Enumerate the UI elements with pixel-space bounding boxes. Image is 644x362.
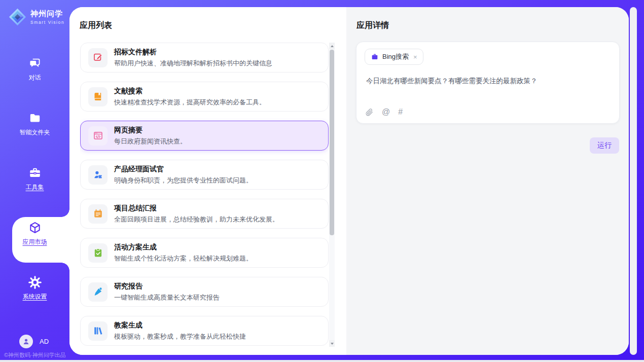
app-card-title: 网页摘要 (114, 126, 187, 135)
app-card-title: 教案生成 (114, 321, 246, 330)
app-card-description: 智能生成个性化活动方案，轻松解决规划难题。 (114, 254, 253, 263)
app-card-title: 招标文件解析 (114, 48, 272, 57)
close-icon[interactable]: × (413, 53, 417, 61)
sidebar-item-label: 应用市场 (23, 238, 47, 246)
app-card-list: 招标文件解析 帮助用户快速、准确地理解和解析招标书中的关键信息 文献搜索 快速精… (80, 43, 329, 355)
hash-icon[interactable]: # (398, 107, 403, 117)
app-card-description: 每日政府新闻资讯快查。 (114, 137, 187, 146)
app-card[interactable]: 项目总结汇报 全面回顾项目进展，总结经验教训，助力未来优化发展。 (80, 199, 329, 229)
app-card[interactable]: 招标文件解析 帮助用户快速、准确地理解和解析招标书中的关键信息 (80, 43, 329, 73)
bid-doc-icon (88, 48, 108, 67)
scroll-down-button[interactable] (329, 340, 335, 347)
cube-icon (28, 221, 42, 234)
briefcase-icon (371, 53, 379, 61)
brand-logo-icon (8, 8, 27, 26)
interviewer-icon (88, 165, 108, 185)
sidebar-item-label: 对话 (29, 74, 41, 82)
scrollbar-thumb[interactable] (330, 50, 334, 235)
gear-icon (28, 276, 42, 289)
app-card[interactable]: 网页摘要 每日政府新闻资讯快查。 (80, 121, 329, 151)
sidebar-item[interactable]: 智能文件夹 (0, 104, 69, 159)
app-card-description: 快速精准查找学术资源，提高研究效率的必备工具。 (114, 98, 266, 107)
pen-icon (88, 282, 108, 302)
book-icon (88, 87, 108, 106)
app-list-panel: 应用列表 招标文件解析 帮助用户快速、准确地理解和解析招标书中的关键信息 文献搜… (69, 7, 346, 355)
sidebar-item[interactable]: 系统设置 (0, 269, 69, 323)
app-list-title: 应用列表 (80, 20, 112, 31)
app-card-title: 研究报告 (114, 282, 220, 291)
app-card-title: 产品经理面试官 (114, 165, 253, 174)
chat-icon (28, 57, 42, 70)
run-button[interactable]: 运行 (590, 137, 619, 154)
app-detail-panel: 应用详情 Bing搜索 × 今日湖北有哪些新闻要点？有哪些需要关注的最新政策？ … (346, 7, 629, 355)
brand-name: 神州问学 (30, 9, 64, 19)
sidebar-item[interactable]: 应用市场 (0, 214, 69, 269)
sidebar-item-label: 系统设置 (23, 293, 47, 301)
triangle-up-icon (331, 45, 334, 47)
user-label: AD (40, 338, 49, 345)
app-card-description: 全面回顾项目进展，总结经验教训，助力未来优化发展。 (114, 215, 279, 224)
toolbox-icon (28, 166, 42, 179)
app-card-description: 帮助用户快速、准确地理解和解析招标书中的关键信息 (114, 59, 272, 68)
sidebar-item-label: 智能文件夹 (20, 128, 50, 137)
user-row: AD (19, 335, 49, 348)
main-panel: 应用列表 招标文件解析 帮助用户快速、准确地理解和解析招标书中的关键信息 文献搜… (69, 7, 629, 355)
calendar-icon (88, 204, 108, 224)
sidebar-item[interactable]: 工具集 (0, 159, 69, 214)
sidebar-item[interactable]: 对话 (0, 50, 69, 104)
app-card-description: 模板驱动，教案秒成，教学准备从此轻松快捷 (114, 332, 246, 341)
triangle-down-icon (331, 343, 334, 345)
sidebar-nav: 对话 智能文件夹 工具集 应用市场 (0, 50, 69, 323)
clipboard-icon (88, 243, 108, 263)
app-detail-title: 应用详情 (356, 20, 389, 31)
web-icon (88, 126, 108, 146)
app-card-title: 文献搜索 (114, 87, 266, 96)
app-card-title: 项目总结汇报 (114, 204, 279, 213)
tool-tag-label: Bing搜索 (382, 52, 409, 61)
app-card-title: 活动方案生成 (114, 243, 253, 252)
app-card[interactable]: 产品经理面试官 明确身份和职责，为您提供专业性的面试问题。 (80, 160, 329, 190)
paperclip-icon[interactable] (365, 108, 374, 117)
app-card-description: 一键智能生成高质量长文本研究报告 (114, 293, 220, 302)
app-window: 神州问学 Smart Vision 对话 智能文件夹 (0, 0, 644, 362)
prompt-text[interactable]: 今日湖北有哪些新闻要点？有哪些需要关注的最新政策？ (366, 76, 609, 86)
person-icon[interactable] (19, 335, 33, 348)
right-edge-strip (630, 7, 637, 355)
app-card[interactable]: 研究报告 一键智能生成高质量长文本研究报告 (80, 277, 329, 307)
at-icon[interactable]: @ (382, 107, 390, 117)
copyright-footer: ©神州数码·神州问学出品 (4, 351, 66, 359)
app-card[interactable]: 教案生成 模板驱动，教案秒成，教学准备从此轻松快捷 (80, 316, 329, 346)
app-card-description: 明确身份和职责，为您提供专业性的面试问题。 (114, 176, 253, 185)
scroll-up-button[interactable] (329, 43, 335, 49)
scrollbar[interactable] (329, 43, 335, 347)
sidebar-item-label: 工具集 (26, 183, 44, 192)
brand-subtitle: Smart Vision (30, 20, 64, 25)
prompt-card[interactable]: Bing搜索 × 今日湖北有哪些新闻要点？有哪些需要关注的最新政策？ @ # (356, 42, 620, 124)
app-card[interactable]: 活动方案生成 智能生成个性化活动方案，轻松解决规划难题。 (80, 238, 329, 268)
books-icon (88, 321, 108, 341)
attachment-toolbar: @ # (365, 107, 403, 117)
tool-tag[interactable]: Bing搜索 × (365, 49, 423, 65)
folder-icon (28, 112, 42, 125)
app-card[interactable]: 文献搜索 快速精准查找学术资源，提高研究效率的必备工具。 (80, 82, 329, 112)
brand: 神州问学 Smart Vision (8, 8, 64, 26)
sidebar: 神州问学 Smart Vision 对话 智能文件夹 (0, 0, 69, 362)
